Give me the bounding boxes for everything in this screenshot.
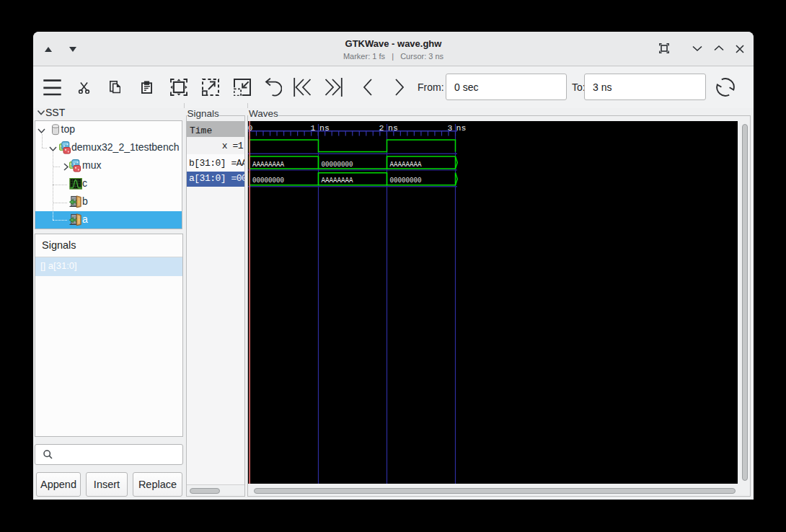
svg-text:ns: ns: [456, 123, 467, 133]
svg-text:AAAAAAAA: AAAAAAAA: [252, 160, 284, 169]
svg-text:AAAAAAAA: AAAAAAAA: [390, 160, 422, 169]
svg-text:00000000: 00000000: [322, 160, 353, 169]
svg-text:ns: ns: [388, 123, 398, 133]
svg-text:1: 1: [311, 123, 316, 133]
svg-text:00000000: 00000000: [390, 176, 422, 185]
svg-text:00000000: 00000000: [252, 176, 284, 185]
svg-text:0: 0: [248, 123, 253, 133]
svg-text:3: 3: [448, 123, 453, 133]
svg-text:ns: ns: [319, 123, 330, 133]
svg-text:2: 2: [379, 123, 384, 133]
svg-text:AAAAAAAA: AAAAAAAA: [322, 176, 353, 185]
